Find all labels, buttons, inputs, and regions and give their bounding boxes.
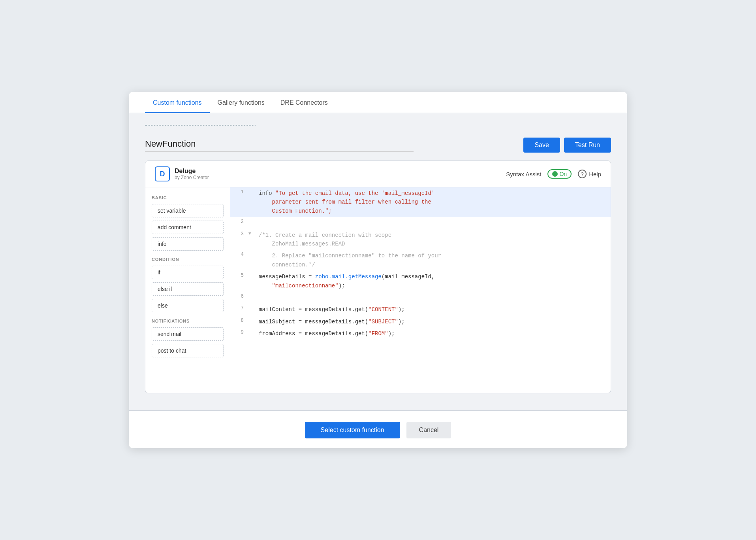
line-content-5: messageDetails = zoho.mail.getMessage(ma… [256,271,611,292]
sidebar-item-if[interactable]: if [152,266,224,279]
editor-header: D Deluge by Zoho Creator Syntax Assist O… [145,161,611,187]
toggle-text: On [559,171,567,177]
line-content-6 [256,292,611,304]
editor-panel: D Deluge by Zoho Creator Syntax Assist O… [145,160,611,393]
code-line-2: 2 [230,217,611,229]
sidebar-item-set-variable[interactable]: set variable [152,204,224,217]
help-button[interactable]: ? Help [578,170,601,178]
deluge-icon: D [155,166,170,181]
dotted-divider [145,125,256,126]
sidebar-item-else-if[interactable]: else if [152,282,224,296]
line-num-3: 3 [230,229,248,238]
line-arrow-6 [248,292,256,293]
code-line-7: 7 mailContent = messageDetails.get("CONT… [230,304,611,315]
line-arrow-3: ▼ [248,229,256,236]
code-line-8: 8 mailSubject = messageDetails.get("SUBJ… [230,316,611,328]
line-arrow-7 [248,304,256,305]
line-content-8: mailSubject = messageDetails.get("SUBJEC… [256,316,611,328]
syntax-area: Syntax Assist On ? Help [506,169,601,179]
line-arrow-1 [248,187,256,189]
line-content-3: /*1. Create a mail connection with scope… [256,229,611,250]
editor-body: BASIC set variable add comment info COND… [145,187,611,393]
line-num-4: 4 [230,250,248,259]
line-arrow-2 [248,217,256,219]
line-num-2: 2 [230,217,248,226]
toolbar-btn-group: Save Test Run [523,138,611,153]
editor-sidebar: BASIC set variable add comment info COND… [145,187,230,393]
toggle-dot [552,171,558,177]
test-run-button[interactable]: Test Run [564,138,611,153]
tab-custom-functions[interactable]: Custom functions [145,92,210,113]
sidebar-item-send-mail[interactable]: send mail [152,327,224,341]
tabs-bar: Custom functions Gallery functions DRE C… [129,92,627,113]
tab-dre-connectors[interactable]: DRE Connectors [273,92,336,113]
function-name-input[interactable] [145,139,414,152]
line-num-5: 5 [230,271,248,280]
syntax-toggle[interactable]: On [547,169,572,179]
line-num-9: 9 [230,328,248,337]
deluge-name: Deluge [175,168,209,175]
line-arrow-5 [248,271,256,272]
sidebar-item-add-comment[interactable]: add comment [152,221,224,234]
line-num-8: 8 [230,316,248,325]
bottom-bar: Select custom function Cancel [129,410,627,448]
syntax-assist-label: Syntax Assist [506,171,541,177]
tab-gallery-functions[interactable]: Gallery functions [210,92,273,113]
line-num-1: 1 [230,187,248,196]
content-area: Save Test Run D Deluge by Zoho Creator S… [129,113,627,410]
section-title-basic: BASIC [152,195,224,200]
line-arrow-8 [248,316,256,317]
code-area[interactable]: 1 info "To get the email data, use the '… [230,187,611,393]
code-line-6: 6 [230,292,611,304]
code-line-3: 3 ▼ /*1. Create a mail connection with s… [230,229,611,250]
code-line-4: 4 2. Replace "mailconnectionname" to the… [230,250,611,271]
line-content-4: 2. Replace "mailconnectionname" to the n… [256,250,611,271]
sidebar-item-info[interactable]: info [152,237,224,251]
line-content-9: fromAddress = messageDetails.get("FROM")… [256,328,611,340]
deluge-brand: D Deluge by Zoho Creator [155,166,209,181]
code-line-9: 9 fromAddress = messageDetails.get("FROM… [230,328,611,340]
help-label: Help [589,171,601,177]
line-arrow-4 [248,250,256,251]
deluge-info: Deluge by Zoho Creator [175,168,209,180]
line-arrow-9 [248,328,256,329]
line-content-1: info "To get the email data, use the 'ma… [256,187,611,217]
sidebar-item-post-to-chat[interactable]: post to chat [152,344,224,357]
save-button[interactable]: Save [523,138,560,153]
modal-container: Custom functions Gallery functions DRE C… [129,92,627,448]
line-content-7: mailContent = messageDetails.get("CONTEN… [256,304,611,315]
line-num-7: 7 [230,304,248,313]
sidebar-item-else[interactable]: else [152,299,224,312]
code-line-5: 5 messageDetails = zoho.mail.getMessage(… [230,271,611,292]
code-line-1: 1 info "To get the email data, use the '… [230,187,611,217]
cancel-button[interactable]: Cancel [406,422,451,438]
line-content-2 [256,217,611,229]
function-name-row: Save Test Run [145,138,611,153]
section-title-condition: CONDITION [152,257,224,262]
deluge-sub: by Zoho Creator [175,175,209,180]
select-custom-function-button[interactable]: Select custom function [305,422,400,438]
line-num-6: 6 [230,292,248,301]
help-icon: ? [578,170,587,178]
section-title-notifications: NOTIFICATIONS [152,319,224,323]
